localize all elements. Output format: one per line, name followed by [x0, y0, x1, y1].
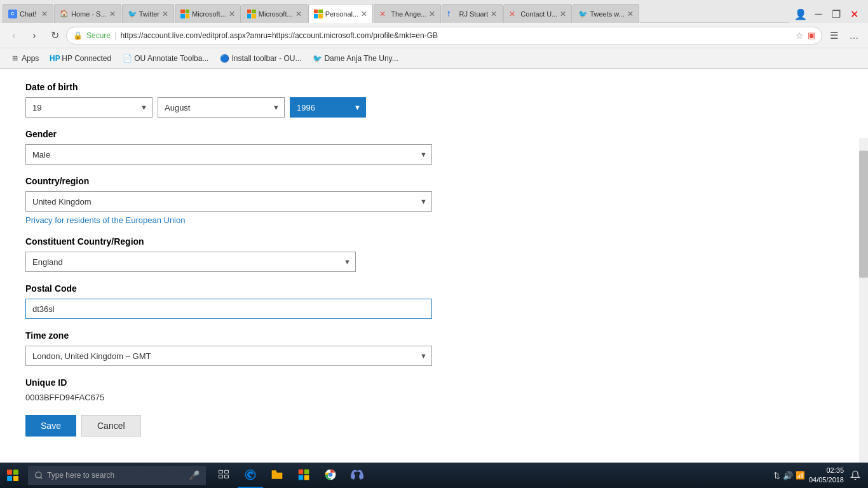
tab-bar: C Chat! ✕ 🏠 Home - S... ✕ 🐦 Twitter ✕ Mi… — [0, 0, 868, 23]
hp-icon: HP — [50, 54, 59, 63]
privacy-link[interactable]: Privacy for residents of the European Un… — [25, 215, 185, 225]
address-separator: | — [114, 30, 116, 40]
timezone-section: Time zone London, United Kingdom – GMT ▼ — [25, 330, 843, 366]
constituent-select[interactable]: England — [25, 252, 356, 272]
bookmark-ou-label: OU Annotate Toolba... — [134, 54, 208, 63]
close-browser-btn[interactable]: ✕ — [845, 5, 863, 23]
bookmark-star-icon[interactable]: ☆ — [796, 30, 804, 41]
tab-angel[interactable]: ✕ The Ange... ✕ — [374, 4, 441, 23]
tab-tweets[interactable]: 🐦 Tweets w... ✕ — [573, 4, 639, 23]
refresh-btn[interactable]: ↻ — [46, 27, 64, 44]
dob-label: Date of birth — [25, 82, 843, 92]
tab-microsoft2[interactable]: Microsoft... ✕ — [241, 4, 308, 23]
tab-microsoft1-icon — [180, 10, 189, 18]
minimize-btn[interactable]: ─ — [810, 5, 827, 23]
tab-personal-icon — [314, 10, 323, 18]
install-icon: 🔵 — [220, 54, 229, 63]
tab-chat-close[interactable]: ✕ — [41, 10, 48, 18]
taskbar-task-view[interactable] — [211, 463, 236, 463]
bookmark-hp[interactable]: HP HP Connected — [45, 52, 116, 65]
country-label: Country/region — [25, 176, 843, 186]
tab-microsoft1[interactable]: Microsoft... ✕ — [175, 4, 241, 23]
taskbar-apps — [211, 463, 370, 463]
gender-select[interactable]: Male — [25, 144, 432, 165]
tab-home-close[interactable]: ✕ — [109, 10, 116, 18]
bookmark-dame[interactable]: 🐦 Dame Anja The Uny... — [308, 52, 403, 65]
tab-twitter-title: Twitter — [139, 10, 159, 18]
timezone-wrapper: London, United Kingdom – GMT ▼ — [25, 346, 432, 366]
bookmark-ou[interactable]: 📄 OU Annotate Toolba... — [118, 52, 214, 65]
tab-rjstuart-close[interactable]: ✕ — [491, 10, 497, 18]
country-section: Country/region United Kingdom ▼ Privacy … — [25, 176, 843, 225]
unique-id-label: Unique ID — [25, 377, 843, 388]
bookmark-hp-label: HP Connected — [62, 54, 111, 63]
postal-input[interactable] — [25, 299, 432, 319]
tab-personal[interactable]: Personal... ✕ — [308, 4, 374, 23]
taskbar-file-explorer[interactable] — [264, 463, 290, 463]
save-button[interactable]: Save — [25, 415, 76, 437]
taskbar-store[interactable] — [291, 463, 316, 463]
tab-personal-close[interactable]: ✕ — [361, 10, 367, 18]
tab-tweets-close[interactable]: ✕ — [627, 10, 634, 18]
dob-month-select[interactable]: August — [158, 97, 285, 118]
tab-chat-icon: C — [8, 10, 17, 18]
bookmark-apps-label: Apps — [22, 54, 39, 63]
scrollbar-track[interactable] — [859, 138, 868, 463]
gender-section: Gender Male ▼ — [25, 129, 843, 165]
dob-year-select[interactable]: 1996 — [290, 97, 366, 118]
tab-microsoft2-close[interactable]: ✕ — [295, 10, 302, 18]
tab-chat-title: Chat! — [20, 10, 39, 18]
tab-contact-close[interactable]: ✕ — [560, 10, 566, 18]
tab-contact[interactable]: ✕ Contact U... ✕ — [503, 4, 572, 23]
dob-section: Date of birth 19 ▼ August ▼ 1996 — [25, 82, 843, 118]
apps-icon: ⊞ — [10, 54, 19, 63]
timezone-select[interactable]: London, United Kingdom – GMT — [25, 346, 432, 366]
taskbar-discord[interactable] — [344, 463, 370, 463]
tab-angel-title: The Ange... — [391, 10, 426, 18]
tab-angel-close[interactable]: ✕ — [429, 10, 435, 18]
button-row: Save Cancel — [25, 415, 843, 437]
back-btn[interactable]: ‹ — [5, 27, 23, 44]
tab-twitter[interactable]: 🐦 Twitter ✕ — [122, 4, 174, 23]
dob-day-select[interactable]: 19 — [25, 97, 153, 118]
bookmark-apps[interactable]: ⊞ Apps — [5, 52, 44, 65]
tab-personal-title: Personal... — [325, 10, 359, 18]
tab-home-title: Home - S... — [71, 10, 107, 18]
hub-btn[interactable]: ☰ — [825, 27, 843, 44]
address-bar[interactable]: 🔒 Secure | https://account.live.com/edit… — [66, 27, 822, 44]
dob-row: 19 ▼ August ▼ 1996 ▼ — [25, 97, 843, 118]
user-profile-btn[interactable]: 👤 — [792, 5, 810, 23]
tab-contact-title: Contact U... — [520, 10, 557, 18]
settings-btn[interactable]: … — [845, 27, 863, 44]
postal-label: Postal Code — [25, 283, 843, 294]
restore-btn[interactable]: ❐ — [827, 5, 845, 23]
dame-icon: 🐦 — [313, 54, 322, 63]
forward-btn[interactable]: › — [25, 27, 43, 44]
tab-microsoft2-title: Microsoft... — [259, 10, 293, 18]
tab-tweets-title: Tweets w... — [590, 10, 624, 18]
tab-microsoft1-close[interactable]: ✕ — [229, 10, 235, 18]
tab-twitter-close[interactable]: ✕ — [162, 10, 168, 18]
start-button[interactable] — [0, 463, 25, 463]
pocket-icon[interactable]: ▣ — [808, 30, 815, 40]
gender-label: Gender — [25, 129, 843, 139]
tab-rjstuart-icon: f — [447, 10, 456, 18]
tab-chat[interactable]: C Chat! ✕ — [3, 4, 53, 23]
tab-tweets-icon: 🐦 — [578, 10, 587, 18]
tab-rjstuart[interactable]: f RJ Stuart ✕ — [442, 4, 503, 23]
bookmark-dame-label: Dame Anja The Uny... — [324, 54, 398, 63]
constituent-label: Constituent Country/Region — [25, 236, 843, 247]
taskbar-chrome[interactable] — [318, 463, 343, 463]
dob-day-wrapper: 19 ▼ — [25, 97, 153, 118]
tab-microsoft1-title: Microsoft... — [192, 10, 226, 18]
bookmark-install[interactable]: 🔵 Install toolbar - OU... — [215, 52, 306, 65]
dob-year-wrapper: 1996 ▼ — [290, 97, 366, 118]
taskbar-edge[interactable] — [238, 463, 263, 463]
tab-home[interactable]: 🏠 Home - S... ✕ — [54, 4, 121, 23]
timezone-label: Time zone — [25, 330, 843, 341]
scrollbar-thumb[interactable] — [859, 151, 868, 278]
tab-rjstuart-title: RJ Stuart — [459, 10, 488, 18]
cancel-button[interactable]: Cancel — [81, 415, 141, 437]
tab-actions: 👤 ─ ❐ ✕ — [789, 5, 865, 23]
country-select[interactable]: United Kingdom — [25, 191, 432, 212]
